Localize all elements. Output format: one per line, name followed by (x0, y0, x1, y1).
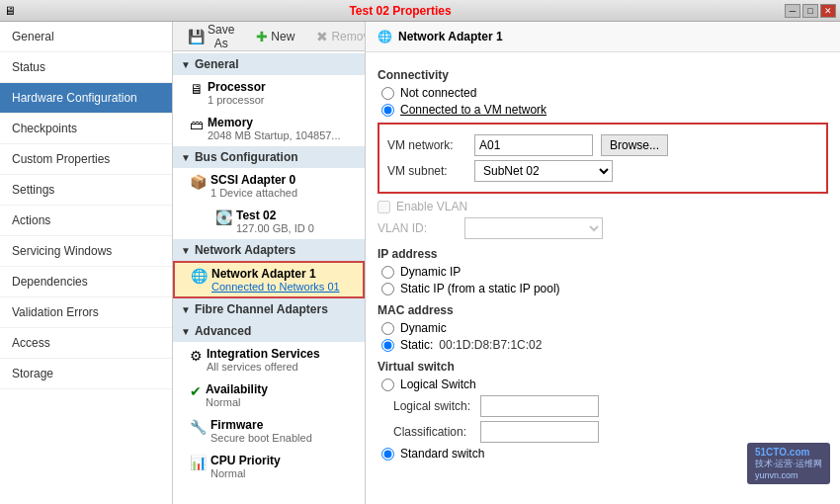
sidebar-item-access[interactable]: Access (0, 328, 172, 359)
new-button[interactable]: ✚ New (249, 26, 301, 47)
classification-label: Classification: (393, 425, 472, 439)
minimize-button[interactable]: ─ (785, 4, 800, 18)
tree-item-disk[interactable]: 💽 Test 02 127.00 GB, ID 0 (173, 204, 365, 239)
disk-icon: 💽 (215, 210, 232, 225)
standard-switch-radio[interactable] (381, 448, 394, 461)
tree-item-memory[interactable]: 🗃 Memory 2048 MB Startup, 104857... (173, 111, 365, 146)
sidebar-item-validation[interactable]: Validation Errors (0, 297, 172, 328)
sidebar-item-general[interactable]: General (0, 22, 172, 52)
firmware-icon: 🔧 (190, 419, 207, 435)
vm-subnet-select[interactable]: SubNet 02 (474, 160, 613, 182)
browse-button[interactable]: Browse... (601, 134, 668, 156)
tree-section-general[interactable]: ▼ General (173, 53, 365, 75)
mac-value: 00:1D:D8:B7:1C:02 (439, 338, 542, 352)
connectivity-radio-group: Not connected Connected to a VM network (381, 86, 828, 117)
close-button[interactable]: ✕ (820, 4, 836, 18)
sidebar-item-hardware[interactable]: Hardware Configuration (0, 83, 172, 114)
right-panel-header: 🌐 Network Adapter 1 (366, 22, 840, 52)
vlan-id-row: VLAN ID: (378, 217, 828, 239)
connected-vm-option[interactable]: Connected to a VM network (381, 103, 828, 117)
sidebar-item-custom-props[interactable]: Custom Properties (0, 144, 172, 175)
chevron-advanced-icon: ▼ (181, 326, 191, 337)
tree-item-network-adapter[interactable]: 🌐 Network Adapter 1 Connected to Network… (173, 261, 365, 298)
sidebar-item-checkpoints[interactable]: Checkpoints (0, 114, 172, 144)
classification-row: Classification: (393, 421, 828, 443)
logical-switch-option[interactable]: Logical Switch (381, 378, 828, 391)
static-mac-option[interactable]: Static: 00:1D:D8:B7:1C:02 (381, 338, 828, 352)
integration-icon: ⚙ (190, 348, 203, 364)
scsi-icon: 📦 (190, 174, 207, 190)
right-content: Connectivity Not connected Connected to … (366, 52, 840, 468)
vlan-id-select[interactable] (464, 217, 603, 239)
tree-section-fibre[interactable]: ▼ Fibre Channel Adapters (173, 298, 365, 320)
middle-panel: 💾 Save As ✚ New ✖ Remove ▼ General 🖥 (173, 22, 366, 504)
remove-icon: ✖ (316, 29, 328, 44)
dynamic-mac-radio[interactable] (381, 322, 394, 335)
tree-item-firmware[interactable]: 🔧 Firmware Secure boot Enabled (173, 413, 365, 449)
app-icon: 🖥 (4, 4, 16, 18)
tree-item-cpu-priority[interactable]: 📊 CPU Priority Normal (173, 449, 365, 484)
connected-vm-radio[interactable] (381, 104, 394, 117)
tree-section-advanced[interactable]: ▼ Advanced (173, 320, 365, 342)
dynamic-mac-option[interactable]: Dynamic (381, 321, 828, 335)
titlebar-controls: ─ □ ✕ (785, 4, 836, 18)
memory-icon: 🗃 (190, 117, 204, 132)
save-as-button[interactable]: 💾 Save As (181, 22, 241, 53)
maximize-button[interactable]: □ (802, 4, 818, 18)
mac-radio-group: Dynamic Static: 00:1D:D8:B7:1C:02 (381, 321, 828, 352)
chevron-general-icon: ▼ (181, 59, 191, 70)
enable-vlan-row: Enable VLAN (378, 200, 828, 213)
logical-switch-input[interactable] (480, 395, 599, 417)
tree-item-processor[interactable]: 🖥 Processor 1 processor (173, 75, 365, 111)
vm-subnet-row: VM subnet: SubNet 02 (387, 160, 818, 182)
static-mac-radio[interactable] (381, 339, 394, 352)
logical-switch-row: Logical switch: (393, 395, 828, 417)
remove-button[interactable]: ✖ Remove (309, 26, 366, 47)
vm-network-section: VM network: Browse... VM subnet: SubNet … (378, 123, 828, 194)
switch-radio-group: Logical Switch (381, 378, 828, 391)
main-container: General Status Hardware Configuration Ch… (0, 22, 840, 504)
tree-section-network[interactable]: ▼ Network Adapters (173, 239, 365, 261)
chevron-bus-icon: ▼ (181, 152, 191, 163)
new-icon: ✚ (256, 29, 268, 44)
not-connected-radio[interactable] (381, 87, 394, 100)
dynamic-ip-radio[interactable] (381, 266, 394, 279)
logical-switch-radio[interactable] (381, 378, 394, 391)
tree-section-bus[interactable]: ▼ Bus Configuration (173, 146, 365, 168)
sidebar-item-status[interactable]: Status (0, 52, 172, 83)
chevron-fibre-icon: ▼ (181, 304, 191, 315)
availability-icon: ✔ (190, 383, 202, 399)
vm-network-input[interactable] (474, 134, 593, 156)
toolbar: 💾 Save As ✚ New ✖ Remove (173, 22, 365, 51)
titlebar-title: Test 02 Properties (16, 4, 785, 18)
titlebar: 🖥 Test 02 Properties ─ □ ✕ (0, 0, 840, 22)
right-panel: 🌐 Network Adapter 1 Connectivity Not con… (366, 22, 840, 504)
save-icon: 💾 (188, 29, 205, 44)
enable-vlan-checkbox[interactable] (378, 201, 390, 213)
tree-item-availability[interactable]: ✔ Availability Normal (173, 378, 365, 413)
classification-input[interactable] (480, 421, 599, 443)
sidebar-item-storage[interactable]: Storage (0, 359, 172, 389)
virtual-switch-label: Virtual switch (378, 360, 828, 374)
dynamic-ip-option[interactable]: Dynamic IP (381, 265, 828, 279)
watermark: 51CTO.com 技术·运营·运维网 yunvn.com (747, 443, 830, 484)
tree: ▼ General 🖥 Processor 1 processor 🗃 Memo… (173, 51, 365, 486)
vm-network-row: VM network: Browse... (387, 134, 818, 156)
vm-network-label: VM network: (387, 138, 466, 152)
tree-item-scsi[interactable]: 📦 SCSI Adapter 0 1 Device attached (173, 168, 365, 204)
processor-icon: 🖥 (190, 81, 204, 97)
sidebar-item-actions[interactable]: Actions (0, 206, 172, 236)
titlebar-left: 🖥 (4, 4, 16, 18)
not-connected-option[interactable]: Not connected (381, 86, 828, 100)
static-ip-option[interactable]: Static IP (from a static IP pool) (381, 282, 828, 295)
sidebar-item-servicing[interactable]: Servicing Windows (0, 236, 172, 267)
sidebar-item-settings[interactable]: Settings (0, 175, 172, 206)
title-highlight: Test 02 (349, 4, 388, 18)
network-adapter-icon: 🌐 (191, 268, 208, 284)
vlan-id-label: VLAN ID: (378, 221, 457, 235)
sidebar-item-dependencies[interactable]: Dependencies (0, 267, 172, 297)
tree-item-integration-services[interactable]: ⚙ Integration Services All services offe… (173, 342, 365, 378)
static-ip-radio[interactable] (381, 283, 394, 295)
logical-switch-field-label: Logical switch: (393, 399, 472, 413)
header-icon: 🌐 (378, 30, 392, 43)
